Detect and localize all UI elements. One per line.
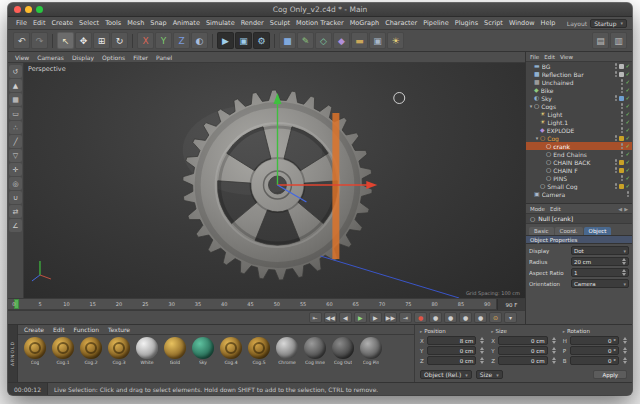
redo-icon[interactable]: ↷ [31, 32, 48, 49]
enabled-check-icon[interactable]: ✓ [625, 79, 630, 85]
render-settings-icon[interactable]: ⚙ [253, 32, 270, 49]
position-z-field[interactable]: 0 cm [427, 356, 476, 365]
next-frame-button[interactable]: ▶ [369, 312, 382, 323]
object-row-bg[interactable]: ▬BG✓ [526, 62, 632, 70]
history-forward-icon[interactable]: ▶ [624, 206, 628, 212]
attribute-section-header[interactable]: Object Properties [526, 235, 632, 244]
enabled-check-icon[interactable]: ✓ [625, 63, 630, 69]
visibility-toggles[interactable] [621, 79, 624, 85]
object-axis-icon[interactable]: ✛ [9, 163, 22, 176]
record-parameter-toggle[interactable]: ● [474, 312, 487, 323]
object-row-reflection-bar[interactable]: ■Reflection Bar✓ [526, 70, 632, 78]
spinner-arrows[interactable] [552, 347, 556, 354]
coordinate-mode-dropdown[interactable]: Object (Rel.) ▾ [420, 370, 472, 379]
add-spline-icon[interactable]: ✎ [297, 32, 314, 49]
spinner-arrows[interactable] [480, 347, 484, 354]
menu-mesh[interactable]: Mesh [124, 19, 147, 27]
material-item-white[interactable]: White [134, 337, 160, 365]
tag-icon[interactable] [619, 136, 624, 141]
title-bar[interactable]: Cog Only_v2.c4d * - Main [8, 3, 632, 17]
interface-panel-icon-right[interactable]: ▥ [610, 32, 627, 49]
playback-options-button[interactable]: ▾ [504, 312, 517, 323]
size-y-field[interactable]: 0 cm [498, 346, 547, 355]
object-row-small-cog[interactable]: ○Small Cog✓ [526, 182, 632, 190]
viewport-menu-view[interactable]: View [15, 54, 29, 61]
attribute-menu-mode[interactable]: Mode [530, 206, 545, 212]
tag-icon[interactable] [619, 168, 624, 173]
object-row-camera[interactable]: ▣Camera [526, 190, 632, 198]
goto-end-button[interactable]: ⇥ [399, 312, 412, 323]
enabled-check-icon[interactable]: ✓ [625, 167, 630, 173]
spinner-arrows[interactable] [552, 357, 556, 364]
material-item-cog-2[interactable]: Cog.2 [78, 337, 104, 365]
edges-mode-icon[interactable]: ╱ [9, 135, 22, 148]
attribute-menu-edit[interactable]: Edit [550, 206, 561, 212]
menu-mograph[interactable]: MoGraph [347, 19, 383, 27]
visibility-toggles[interactable] [627, 191, 630, 197]
next-key-button[interactable]: ▶▶ [384, 312, 397, 323]
menu-snap[interactable]: Snap [147, 19, 169, 27]
menu-file[interactable]: File [13, 19, 30, 27]
enabled-check-icon[interactable]: ✓ [625, 71, 630, 77]
render-picture-viewer-icon[interactable]: ▣ [235, 32, 252, 49]
lock-y-axis-icon[interactable]: Y [155, 32, 172, 49]
workplane-icon[interactable]: ▭ [9, 107, 22, 120]
enabled-check-icon[interactable]: ✓ [625, 159, 630, 165]
autokey-button[interactable]: ⊙ [489, 312, 502, 323]
object-row-crank[interactable]: ○crank✓ [526, 142, 632, 150]
visibility-toggles[interactable] [615, 167, 618, 173]
material-menu-create[interactable]: Create [24, 326, 44, 333]
visibility-toggles[interactable] [615, 63, 618, 69]
material-item-cog-inne[interactable]: Cog Inne [302, 337, 328, 365]
material-item-cog-3[interactable]: Cog.3 [106, 337, 132, 365]
material-item-cog-pin[interactable]: Cog Pin [358, 337, 384, 365]
texture-mode-icon[interactable]: ▦ [9, 93, 22, 106]
tab-basic[interactable]: Basic [529, 227, 554, 235]
viewport-menu-options[interactable]: Options [102, 54, 125, 61]
menu-tools[interactable]: Tools [102, 19, 124, 27]
enabled-check-icon[interactable]: ✓ [625, 183, 630, 189]
radius-field[interactable]: 20 cm [571, 257, 629, 266]
menu-plugins[interactable]: Plugins [452, 19, 481, 27]
enabled-check-icon[interactable]: ✓ [625, 95, 630, 101]
display-dropdown[interactable]: Dot▾ [571, 246, 629, 255]
lock-z-axis-icon[interactable]: Z [173, 32, 190, 49]
menu-pipeline[interactable]: Pipeline [420, 19, 451, 27]
material-item-cog[interactable]: Cog [22, 337, 48, 365]
move-tool-icon[interactable]: ✥ [75, 32, 92, 49]
visibility-toggles[interactable] [621, 111, 624, 117]
material-item-sky[interactable]: Sky [190, 337, 216, 365]
rotation-p-field[interactable]: 0 ° [570, 346, 619, 355]
interface-panel-icon-left[interactable]: ▤ [592, 32, 609, 49]
object-row-cog[interactable]: ▾○Cog✓ [526, 134, 632, 142]
timeline-ruler[interactable]: 051015202530354045505560657075808590 [8, 299, 497, 310]
spinner-arrows[interactable] [480, 357, 484, 364]
menu-motion-tracker[interactable]: Motion Tracker [293, 19, 347, 27]
tag-icon[interactable] [619, 160, 624, 165]
visibility-toggles[interactable] [615, 159, 618, 165]
object-row-light-1[interactable]: ☀Light.1✓ [526, 118, 632, 126]
enabled-check-icon[interactable]: ✓ [625, 151, 630, 157]
menu-edit[interactable]: Edit [30, 19, 49, 27]
coordinate-size-dropdown[interactable]: Size ▾ [476, 370, 503, 379]
material-item-cog-out[interactable]: Cog Out [330, 337, 356, 365]
object-manager-menu-view[interactable]: View [560, 54, 573, 60]
enabled-check-icon[interactable]: ✓ [625, 135, 630, 141]
tab-coord[interactable]: Coord. [555, 227, 583, 235]
add-deformer-icon[interactable]: ◆ [333, 32, 350, 49]
menu-render[interactable]: Render [238, 19, 267, 27]
visibility-toggles[interactable] [621, 175, 624, 181]
object-row-pins[interactable]: ○PINS✓ [526, 174, 632, 182]
object-row-sky[interactable]: ◐Sky✓ [526, 94, 632, 102]
viewport[interactable]: Perspective Grid Spacing: 100 cm [24, 63, 525, 298]
material-item-cog-5[interactable]: Cog.5 [246, 337, 272, 365]
menu-select[interactable]: Select [76, 19, 102, 27]
record-keyframe-button[interactable]: ● [414, 312, 427, 323]
record-position-toggle[interactable]: ● [429, 312, 442, 323]
render-view-icon[interactable]: ▶ [217, 32, 234, 49]
zoom-window-button[interactable] [36, 6, 43, 13]
object-row-bike[interactable]: ◆Bike✓ [526, 86, 632, 94]
add-camera-icon[interactable]: ▣ [369, 32, 386, 49]
orientation-dropdown[interactable]: Camera▾ [571, 279, 629, 288]
material-menu-edit[interactable]: Edit [53, 326, 65, 333]
